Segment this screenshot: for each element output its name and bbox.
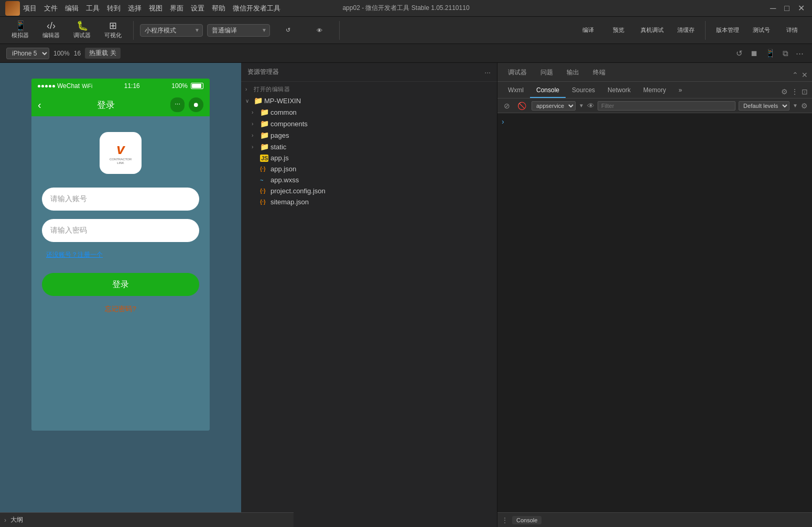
menu-tools[interactable]: 工具 [86, 4, 100, 13]
title-bar: 项目 文件 编辑 工具 转到 选择 视图 界面 设置 帮助 微信开发者工具 ap… [0, 0, 812, 17]
preview-button[interactable]: 预览 [605, 24, 632, 36]
panel-tab-sources[interactable]: Sources [566, 83, 601, 98]
tree-item-static[interactable]: › 📁 static [241, 141, 497, 152]
menu-select[interactable]: 选择 [128, 4, 142, 13]
console-prompt[interactable]: › [502, 115, 808, 128]
nav-back-button[interactable]: ‹ [38, 99, 41, 111]
level-select[interactable]: Default levels [739, 101, 789, 111]
maximize-button[interactable]: □ [782, 4, 792, 13]
panel-tab-console[interactable]: Console [530, 83, 566, 98]
project-root[interactable]: ∨ 📁 MP-WEIXIN [241, 95, 497, 106]
app-wxss-icon: ~ [260, 177, 268, 183]
tab-debugger[interactable]: 调试器 [502, 65, 533, 81]
static-folder-icon: 📁 [260, 142, 268, 151]
password-input[interactable]: 请输入密码 [42, 219, 199, 242]
tab-output[interactable]: 输出 [560, 65, 586, 81]
devtools-expand-icon[interactable]: ⌃ [792, 71, 798, 79]
preview-icon-button[interactable]: 👁 [306, 25, 333, 36]
tree-item-app-js[interactable]: › JS app.js [241, 152, 497, 163]
device-select[interactable]: iPhone 5 [6, 48, 49, 59]
debugger-button[interactable]: 🐛 调试器 [68, 19, 96, 41]
panel-tab-network[interactable]: Network [601, 83, 637, 98]
panel-tab-wxml[interactable]: Wxml [502, 83, 530, 98]
debugger-label: 调试器 [73, 31, 91, 39]
simulator-button[interactable]: 📱 模拟器 [6, 19, 34, 41]
nav-record-button[interactable]: ⏺ [189, 97, 203, 112]
menu-help[interactable]: 帮助 [212, 4, 225, 13]
bottom-bar: ⋮ Console [497, 512, 812, 527]
tab-terminal[interactable]: 终端 [587, 65, 612, 81]
menu-wechat-devtools[interactable]: 微信开发者工具 [233, 4, 280, 13]
mode-select[interactable]: 小程序模式 [140, 24, 203, 37]
nav-dots-button[interactable]: ··· [170, 97, 185, 112]
eye-toggle-icon[interactable]: 👁 [587, 102, 594, 110]
panel-more-icon[interactable]: ⋮ [791, 87, 798, 96]
console-filter-button[interactable]: 🚫 [515, 101, 528, 111]
bottom-console-btn[interactable]: Console [512, 516, 542, 524]
compile-text-button[interactable]: 编译 [575, 24, 602, 36]
filter-input[interactable] [598, 101, 735, 111]
clearcache-button[interactable]: 清缓存 [672, 24, 700, 36]
stop-icon[interactable]: ⏹ [748, 48, 760, 59]
tree-item-project-config[interactable]: › {·} project.config.json [241, 185, 497, 196]
compile-button[interactable]: ↺ [274, 25, 301, 36]
nav-actions: ··· ⏺ [170, 97, 203, 112]
menu-view[interactable]: 视图 [149, 4, 163, 13]
menu-ui[interactable]: 界面 [170, 4, 183, 13]
console-settings-icon[interactable]: ⚙ [801, 102, 808, 110]
tab-problems[interactable]: 问题 [534, 65, 559, 81]
open-editors-section[interactable]: › 打开的编辑器 [241, 84, 497, 95]
editor-label: 编辑器 [42, 31, 60, 39]
username-input[interactable]: 请输入账号 [42, 188, 199, 211]
menu-file[interactable]: 文件 [44, 4, 58, 13]
simulator-label: 模拟器 [12, 31, 29, 39]
panel-settings-icon[interactable]: ⚙ [781, 87, 788, 96]
tree-item-sitemap[interactable]: › {·} sitemap.json [241, 196, 497, 207]
hotreload-button[interactable]: 热重载 关 [85, 48, 121, 59]
editor-button[interactable]: ‹/› 编辑器 [37, 19, 65, 41]
panel-tab-more[interactable]: » [672, 83, 688, 98]
status-right: 100% [171, 82, 203, 90]
login-label: 登录 [112, 279, 129, 290]
tree-item-pages[interactable]: › 📁 pages [241, 129, 497, 141]
menu-project[interactable]: 项目 [23, 4, 37, 13]
copy-icon[interactable]: ⧉ [781, 48, 791, 59]
context-select[interactable]: appservice [532, 101, 576, 111]
phone-icon[interactable]: 📱 [763, 48, 777, 59]
details-button[interactable]: 详情 [778, 24, 806, 36]
menu-goto[interactable]: 转到 [107, 4, 121, 13]
avatar-group: 项目 文件 编辑 工具 转到 选择 视图 界面 设置 帮助 微信开发者工具 [5, 1, 280, 16]
compile-select[interactable]: 普通编译 [207, 24, 270, 37]
app-json-icon: {·} [260, 166, 268, 172]
visual-button[interactable]: ⊞ 可视化 [99, 19, 127, 41]
login-button[interactable]: 登录 [42, 273, 199, 296]
tree-item-common[interactable]: › 📁 common [241, 106, 497, 118]
register-link[interactable]: 还没账号？注册一个 [44, 251, 103, 258]
more-icon[interactable]: ⋯ [794, 48, 806, 59]
panel-tabs-bar: Wxml Console Sources Network Memory » ⚙ … [497, 82, 812, 98]
testnum-button[interactable]: 测试号 [748, 24, 775, 36]
realtest-button[interactable]: 真机调试 [635, 24, 669, 36]
version-button[interactable]: 版本管理 [711, 24, 744, 36]
panel-dock-icon[interactable]: ⊡ [802, 87, 808, 96]
components-folder-icon: 📁 [260, 119, 268, 128]
tree-item-app-wxss[interactable]: › ~ app.wxss [241, 174, 497, 185]
panel-tab-memory[interactable]: Memory [637, 83, 672, 98]
visual-icon: ⊞ [109, 21, 117, 30]
console-clear-button[interactable]: ⊘ [502, 101, 512, 111]
minimize-button[interactable]: ─ [768, 4, 778, 13]
close-button[interactable]: ✕ [796, 3, 807, 13]
file-tree-action-icons: ··· [484, 68, 491, 76]
project-name: MP-WEIXIN [264, 97, 493, 105]
testnum-label: 测试号 [753, 26, 770, 34]
devtools-close-icon[interactable]: ✕ [802, 71, 808, 79]
phone-content: v CONTRACTORLINK 请输入账号 请输入密码 还没账号？注册一个 登… [31, 116, 210, 431]
tree-item-components[interactable]: › 📁 components [241, 118, 497, 129]
menu-settings[interactable]: 设置 [191, 4, 204, 13]
menu-edit[interactable]: 编辑 [65, 4, 79, 13]
forgot-password-link[interactable]: 忘记密码? [105, 304, 136, 314]
clearcache-label: 清缓存 [677, 26, 695, 34]
file-tree-more-icon[interactable]: ··· [484, 68, 491, 76]
refresh-icon[interactable]: ↺ [734, 48, 745, 59]
tree-item-app-json[interactable]: › {·} app.json [241, 163, 497, 174]
